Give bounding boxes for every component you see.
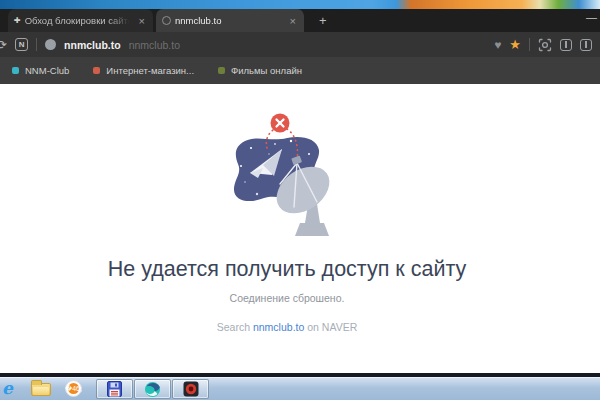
tab-title: Обход блокировки сайтов в Р	[25, 15, 133, 26]
divider	[529, 38, 530, 51]
bookmark-star-icon[interactable]: ★	[509, 37, 521, 52]
bookmark-favicon	[12, 67, 19, 74]
whale-n-badge-icon[interactable]: N	[15, 38, 28, 51]
close-tab-icon[interactable]: ×	[137, 15, 147, 27]
browser-window: ✚ Обход блокировки сайтов в Р × nnmclub.…	[0, 9, 600, 373]
close-tab-icon[interactable]: ×	[288, 15, 298, 27]
bookmark-label: Фильмы онлайн	[231, 65, 302, 76]
search-prefix: Search	[217, 321, 250, 333]
capture-icon[interactable]	[538, 38, 552, 52]
folder-icon[interactable]	[31, 383, 51, 396]
search-infix: on	[307, 321, 319, 333]
tab-nnmclub[interactable]: nnmclub.to ×	[156, 9, 304, 32]
site-info-icon[interactable]	[45, 39, 56, 50]
heart-icon[interactable]: ♥	[494, 38, 501, 52]
search-link[interactable]: nnmclub.to	[253, 321, 304, 333]
bookmark-label: Интернет-магазин...	[106, 65, 194, 76]
taskbar: e �46;	[0, 377, 600, 400]
bookmark-favicon	[93, 67, 100, 74]
error-x-icon	[271, 114, 290, 133]
address-bar: ⟳ N nnmclub.to nnmclub.to ♥ ★	[0, 32, 600, 57]
bookmarks-bar: NNM-Club Интернет-магазин... Фильмы онла…	[0, 57, 600, 84]
floppy-backup-icon[interactable]	[96, 379, 133, 399]
url-suggestion: nnmclub.to	[129, 39, 180, 51]
search-engine: NAVER	[322, 321, 357, 333]
split-view-icon[interactable]	[580, 39, 592, 51]
bookmark-favicon	[218, 67, 225, 74]
error-subtitle: Соединение сброшено.	[0, 292, 574, 304]
screen-recorder-icon[interactable]	[172, 379, 209, 399]
tab-title: nnmclub.to	[175, 15, 284, 26]
connection-error-illustration	[217, 110, 357, 240]
reload-icon[interactable]: ⟳	[0, 38, 7, 52]
divider	[36, 38, 37, 51]
internet-explorer-icon[interactable]: e	[2, 380, 13, 397]
new-tab-button[interactable]: +	[314, 13, 332, 28]
bookmark-internet-shop[interactable]: Интернет-магазин...	[93, 65, 194, 76]
bookmark-films-online[interactable]: Фильмы онлайн	[218, 65, 302, 76]
tab-blocked-sites[interactable]: ✚ Обход блокировки сайтов в Р ×	[8, 9, 153, 32]
whale-browser-icon[interactable]	[134, 379, 171, 399]
bookmark-label: NNM-Club	[25, 65, 69, 76]
search-suggestion: Search nnmclub.to on NAVER	[0, 321, 574, 333]
screen: ✚ Обход блокировки сайтов в Р × nnmclub.…	[0, 0, 600, 400]
loading-icon	[162, 16, 171, 25]
page-content: Не удается получить доступ к сайту Соеди…	[0, 84, 600, 373]
sidebar-panel-icon[interactable]	[560, 39, 572, 51]
media-player-icon[interactable]: �46;	[65, 380, 82, 397]
bookmark-nnm-club[interactable]: NNM-Club	[12, 65, 69, 76]
desktop-wallpaper-strip	[0, 0, 600, 9]
minimize-button[interactable]: —	[586, 11, 596, 23]
tab-bar: ✚ Обход блокировки сайтов в Р × nnmclub.…	[0, 9, 600, 32]
url-host: nnmclub.to	[64, 39, 121, 51]
tab-favicon-icon: ✚	[14, 16, 21, 25]
error-title: Не удается получить доступ к сайту	[0, 257, 574, 282]
